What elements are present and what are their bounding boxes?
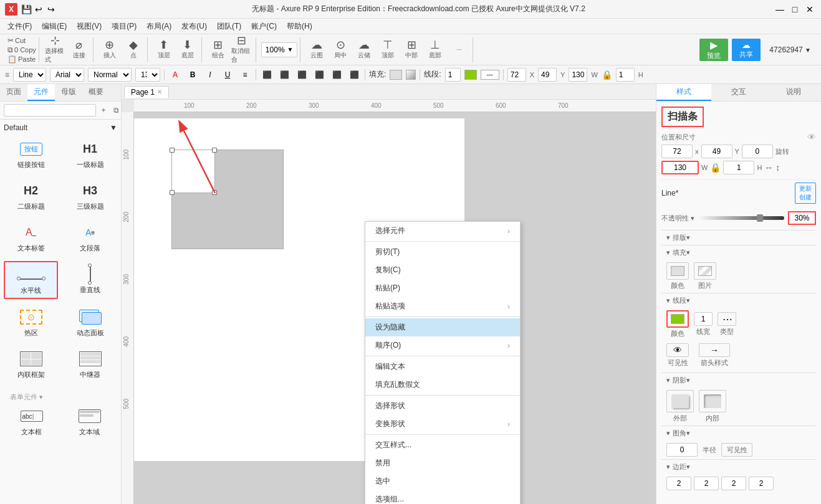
component-text-label[interactable]: A_ 文本标签 — [4, 219, 58, 256]
component-h3[interactable]: H3 三级标题 — [63, 178, 117, 214]
align-left-btn[interactable]: ⬛ — [260, 68, 274, 82]
padding-right-input[interactable] — [694, 477, 719, 490]
copy-icon[interactable]: ⧉ — [111, 105, 121, 115]
ctx-set-hidden[interactable]: 设为隐藏 — [365, 318, 520, 336]
preview-btn[interactable]: ▶ 预览 — [699, 39, 728, 61]
h-size-input[interactable] — [723, 161, 754, 174]
paste-btn[interactable]: 📋 Paste — [7, 55, 36, 64]
fill-color-swatch[interactable] — [390, 70, 402, 80]
arrangement-header[interactable]: ▾ 排版▾ — [661, 230, 816, 245]
stroke-width-input[interactable] — [445, 68, 461, 82]
w-coord-input[interactable] — [569, 68, 587, 82]
share-btn[interactable]: ☁ 共享 — [732, 39, 761, 61]
maximize-btn[interactable]: □ — [789, 3, 801, 16]
lock-proportions-icon[interactable]: 🔒 — [602, 70, 612, 80]
menu-account[interactable]: 账户(C) — [246, 20, 282, 33]
ctx-paste-options[interactable]: 粘贴选项 › — [365, 297, 520, 315]
x-coord-input[interactable] — [507, 68, 526, 82]
menu-project[interactable]: 项目(P) — [107, 20, 142, 33]
arrow-style-btn[interactable]: → — [699, 343, 730, 357]
stroke-header[interactable]: ▾ 线段▾ — [661, 293, 816, 308]
component-hotspot[interactable]: ⊙ 热区 — [4, 304, 58, 341]
tab-master[interactable]: 母版 — [55, 84, 82, 101]
search-input[interactable] — [4, 104, 96, 116]
ctx-order[interactable]: 顺序(O) › — [365, 336, 520, 354]
shadow-header[interactable]: ▾ 阴影▾ — [661, 373, 816, 388]
ctx-select-group[interactable]: 选项组... — [365, 490, 520, 504]
ctx-select-shape[interactable]: 选择形状 — [365, 397, 520, 415]
z-position-input[interactable] — [742, 145, 773, 158]
select-mode-btn[interactable]: ⊹ 选择模式 — [44, 39, 67, 61]
ctx-fill-lorem[interactable]: 填充乱数假文 — [365, 376, 520, 394]
shadow-inner-swatch[interactable] — [699, 390, 726, 412]
stroke-type-swatch[interactable]: ⋯ — [718, 312, 736, 326]
connect-btn[interactable]: ⌀ 连接 — [68, 39, 90, 61]
ctx-cut[interactable]: 剪切(T) — [365, 243, 520, 261]
cloud-back-btn[interactable]: ☁ 云图 — [305, 39, 328, 61]
tab-page[interactable]: 页面 — [0, 84, 27, 101]
tab-component[interactable]: 元件 — [27, 84, 55, 101]
component-h2[interactable]: H2 二级标题 — [4, 178, 58, 214]
insert-btn[interactable]: ⊕ 插入 — [98, 39, 121, 61]
component-h-line[interactable]: 水平线 — [4, 261, 58, 299]
top-align-btn[interactable]: ⊤ 顶部 — [377, 39, 399, 61]
stroke-color-swatch[interactable] — [464, 70, 477, 80]
menu-edit[interactable]: 编辑(E) — [37, 20, 72, 33]
stroke-width-input-right[interactable] — [694, 312, 713, 326]
font-select[interactable]: Arial — [50, 68, 84, 82]
font-color-btn[interactable]: A — [168, 68, 182, 82]
tab-interact[interactable]: 交互 — [711, 84, 766, 101]
fill-color-swatch[interactable] — [666, 262, 689, 280]
ctx-paste[interactable]: 粘贴(P) — [365, 279, 520, 297]
component-text-box[interactable]: abc | 文本框 — [5, 403, 58, 440]
menu-layout[interactable]: 布局(A) — [142, 20, 176, 33]
menu-help[interactable]: 帮助(H) — [282, 20, 317, 33]
fill-header[interactable]: ▾ 填充▾ — [661, 245, 816, 260]
stroke-style-swatch[interactable]: --- — [481, 70, 499, 80]
w-size-input[interactable] — [661, 161, 699, 174]
corner-visibility-btn[interactable]: 可见性 — [721, 443, 752, 457]
tab-note[interactable]: 说明 — [766, 84, 821, 101]
ctx-edit-text[interactable]: 编辑文本 — [365, 358, 520, 376]
ungroup-btn[interactable]: ⊟ 取消组合 — [231, 39, 253, 61]
lock-size-icon[interactable]: 🔒 — [710, 163, 721, 173]
component-inline-frame[interactable]: 内联框架 — [4, 346, 58, 383]
align-justify-btn[interactable]: ⬛ — [312, 68, 326, 82]
list-btn[interactable]: ≡ — [238, 68, 252, 82]
save-icon[interactable]: 💾 — [21, 4, 31, 14]
font-style-select[interactable]: Normal — [88, 68, 132, 82]
stroke-color-swatch[interactable] — [666, 310, 689, 328]
fill-opacity-swatch[interactable] — [406, 70, 416, 80]
cloud-btn[interactable]: ☁ 云储 — [353, 39, 375, 61]
ctx-disable[interactable]: 禁用 — [365, 454, 520, 472]
window-controls[interactable]: — □ ✕ — [774, 3, 816, 16]
opacity-thumb[interactable] — [757, 214, 763, 222]
align-center-btn[interactable]: ⬛ — [277, 68, 291, 82]
title-bar-controls[interactable]: 💾 ↩ ↪ — [21, 4, 56, 14]
bottom-layer-btn[interactable]: ⬇ 底层 — [176, 39, 199, 61]
component-h1[interactable]: H1 一级标题 — [63, 136, 117, 173]
shadow-outer-swatch[interactable] — [666, 390, 694, 412]
bold-btn[interactable]: B — [186, 68, 199, 82]
fill-image-swatch[interactable] — [694, 262, 716, 280]
menu-file[interactable]: 文件(F) — [2, 20, 37, 33]
undo-icon[interactable]: ↩ — [34, 4, 44, 14]
padding-left-input[interactable] — [749, 477, 774, 490]
component-link-btn[interactable]: 按钮 链接按钮 — [4, 136, 58, 173]
ctx-interaction-style[interactable]: 交互样式... — [365, 436, 520, 454]
component-text-caption[interactable]: A≡ 文段落 — [63, 219, 117, 256]
menu-view[interactable]: 视图(V) — [72, 20, 107, 33]
selection-handle-bl[interactable] — [170, 190, 175, 195]
ctx-select-elem[interactable]: 选择元件 › — [365, 222, 520, 240]
middle-align-btn[interactable]: ⊞ 中部 — [400, 39, 423, 61]
visibility-btn[interactable]: 👁 — [666, 343, 689, 357]
align-right-btn[interactable]: ⬛ — [295, 68, 309, 82]
add-icon[interactable]: + — [98, 105, 108, 115]
group-btn[interactable]: ⊞ 组合 — [207, 39, 229, 61]
resize-icon2[interactable]: ↕ — [775, 163, 780, 173]
tab-style[interactable]: 样式 — [656, 84, 711, 101]
underline-btn[interactable]: U — [221, 68, 234, 82]
corner-header[interactable]: ▾ 图角▾ — [661, 426, 816, 440]
center-btn[interactable]: ⊙ 局中 — [329, 39, 352, 61]
corner-radius-input[interactable] — [666, 443, 698, 457]
